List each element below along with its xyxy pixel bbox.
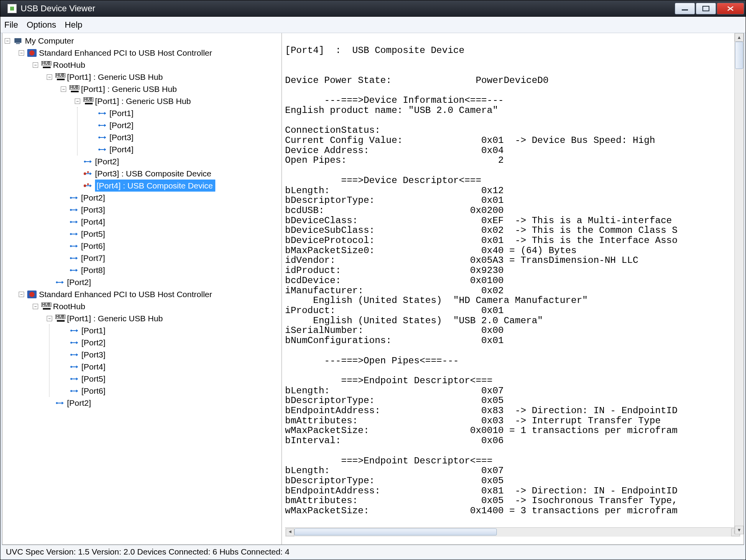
svg-rect-5 (16, 43, 20, 44)
menubar: File Options Help (0, 17, 746, 33)
usb-icon (69, 206, 79, 214)
client-area: − My Computer − Standard Enhanced PCI to… (2, 33, 744, 545)
status-bar: UVC Spec Version: 1.5 Version: 2.0 Devic… (2, 545, 744, 558)
expander[interactable]: − (47, 74, 52, 80)
expander[interactable]: − (75, 99, 80, 104)
tree-label[interactable]: [Port6] (81, 240, 105, 252)
svg-point-39 (70, 330, 72, 331)
computer-icon (13, 37, 23, 45)
menu-options[interactable]: Options (26, 20, 56, 30)
tree-label[interactable]: [Port2] (109, 119, 134, 131)
expander[interactable]: − (61, 86, 66, 92)
usb-device-icon (83, 170, 93, 178)
usb-icon (69, 254, 79, 262)
scroll-track[interactable] (735, 42, 744, 526)
tree-label[interactable]: RootHub (53, 300, 85, 312)
titlebar[interactable]: USB Device Viewer (0, 0, 746, 17)
hub-icon (55, 315, 65, 322)
tree-label[interactable]: [Port5] (81, 228, 105, 240)
tree-label[interactable]: [Port2] (67, 397, 91, 409)
tree-label[interactable]: [Port1] : Generic USB Hub (81, 83, 177, 95)
svg-point-9 (99, 125, 100, 126)
tree-label[interactable]: [Port4] : USB Composite Device (95, 180, 215, 192)
expander[interactable]: − (33, 62, 38, 68)
tree-label[interactable]: [Port4] (81, 361, 106, 373)
tree-label[interactable]: My Computer (25, 35, 74, 47)
svg-point-21 (87, 183, 89, 185)
svg-point-23 (70, 197, 72, 199)
expander[interactable]: − (47, 316, 52, 321)
app-window: USB Device Viewer File Options Help − (0, 0, 746, 560)
maximize-button[interactable] (696, 3, 716, 14)
scroll-thumb[interactable] (735, 42, 743, 69)
tree-label[interactable]: [Port1] : Generic USB Hub (95, 95, 191, 107)
vertical-scrollbar[interactable]: ▲ ▼ (734, 33, 744, 534)
tree-label[interactable]: [Port3] (109, 131, 134, 143)
svg-point-49 (70, 390, 72, 392)
tree-label[interactable]: Standard Enhanced PCI to USB Host Contro… (39, 47, 212, 59)
tree-label[interactable]: [Port5] (81, 373, 106, 385)
tree-label[interactable]: [Port2] (81, 192, 105, 204)
svg-point-27 (70, 221, 72, 223)
svg-point-29 (70, 233, 72, 235)
svg-point-17 (84, 173, 86, 175)
tree-label[interactable]: [Port1] : Generic USB Hub (67, 312, 163, 324)
tree-label[interactable]: [Port4] (81, 216, 105, 228)
svg-point-45 (70, 366, 72, 368)
svg-point-47 (70, 378, 72, 380)
svg-point-35 (70, 269, 72, 271)
scroll-down-arrow-icon[interactable]: ▼ (735, 526, 744, 534)
minimize-button[interactable] (675, 3, 695, 14)
svg-point-51 (56, 402, 58, 404)
scroll-left-arrow-icon[interactable]: ◄ (286, 528, 294, 536)
expander[interactable]: − (19, 292, 24, 297)
usb-icon (98, 109, 107, 117)
tree-label[interactable]: [Port3] (81, 204, 105, 216)
scroll-track[interactable] (294, 528, 731, 536)
tree-label[interactable]: [Port1] (81, 324, 106, 336)
usb-icon (70, 387, 79, 395)
tree-label[interactable]: [Port2] (95, 155, 119, 167)
expander[interactable]: − (33, 304, 38, 309)
tree-label[interactable]: [Port3] (81, 349, 106, 361)
tree-label[interactable]: RootHub (53, 59, 85, 71)
svg-point-7 (99, 113, 100, 114)
hub-icon (69, 85, 79, 93)
hub-icon (83, 97, 93, 105)
window-title: USB Device Viewer (21, 4, 675, 14)
tree-label[interactable]: [Port6] (81, 385, 106, 397)
svg-point-41 (70, 342, 72, 343)
svg-point-33 (70, 257, 72, 259)
usb-icon (70, 375, 79, 383)
scroll-up-arrow-icon[interactable]: ▲ (735, 33, 744, 42)
scroll-thumb[interactable] (294, 528, 497, 535)
host-controller-icon (27, 291, 37, 298)
expander[interactable]: − (5, 38, 10, 44)
hub-icon (55, 73, 65, 81)
svg-point-31 (70, 245, 72, 247)
menu-help[interactable]: Help (65, 20, 82, 30)
tree-label[interactable]: [Port1] (109, 107, 134, 119)
detail-pane[interactable]: [Port4] : USB Composite Device Device Po… (282, 33, 744, 544)
tree-label[interactable]: [Port7] (81, 252, 105, 264)
tree-label[interactable]: [Port1] : Generic USB Hub (67, 71, 163, 83)
hub-icon (41, 303, 51, 310)
tree-label[interactable]: [Port4] (109, 143, 134, 155)
horizontal-scrollbar[interactable]: ◄ ► (285, 527, 741, 537)
usb-icon (70, 363, 79, 371)
tree-label[interactable]: [Port2] (67, 276, 91, 288)
close-button[interactable] (717, 3, 744, 14)
tree-label[interactable]: Standard Enhanced PCI to USB Host Contro… (39, 288, 212, 300)
svg-point-15 (84, 161, 86, 162)
svg-rect-4 (14, 38, 21, 43)
tree-label[interactable]: [Port3] : USB Composite Device (95, 167, 211, 180)
menu-file[interactable]: File (4, 20, 18, 30)
device-tree[interactable]: − My Computer − Standard Enhanced PCI to… (2, 33, 282, 544)
selected-tree-item[interactable]: [Port4] : USB Composite Device (75, 180, 282, 192)
usb-icon (98, 146, 107, 153)
expander[interactable]: − (19, 50, 24, 56)
svg-point-11 (99, 137, 100, 138)
tree-label[interactable]: [Port2] (81, 336, 106, 349)
svg-point-43 (70, 354, 72, 356)
tree-label[interactable]: [Port8] (81, 264, 105, 276)
